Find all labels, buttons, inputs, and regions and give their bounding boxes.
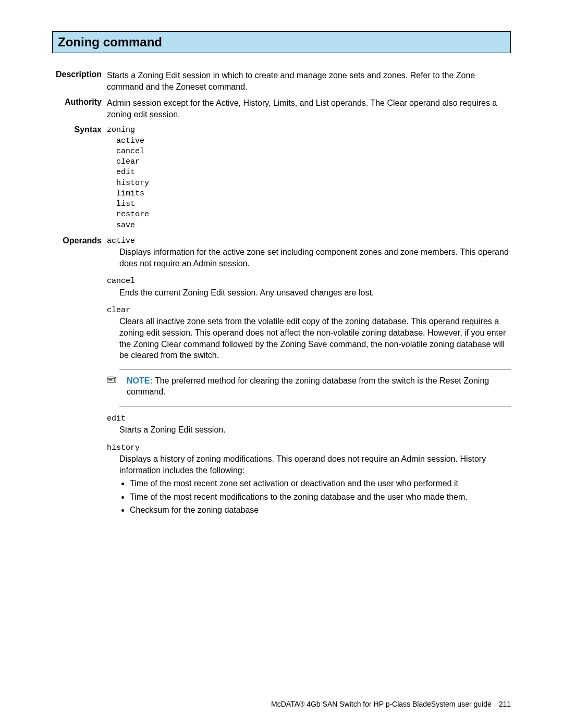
description-text: Starts a Zoning Edit session in which to… — [107, 70, 511, 92]
syntax-command: zoning — [107, 125, 511, 135]
description-label: Description — [52, 70, 107, 79]
page-footer: McDATA® 4Gb SAN Switch for HP p-Class Bl… — [271, 700, 511, 708]
syntax-sub: restore — [107, 209, 511, 220]
footer-text: McDATA® 4Gb SAN Switch for HP p-Class Bl… — [271, 700, 492, 708]
syntax-sub: save — [107, 220, 511, 231]
page: Zoning command Description Starts a Zoni… — [0, 0, 563, 728]
syntax-sub: active — [107, 136, 511, 146]
syntax-row: Syntax zoning active cancel clear edit h… — [52, 125, 511, 231]
operand-name: active — [107, 236, 511, 246]
operand-desc: Clears all inactive zone sets from the v… — [107, 316, 511, 361]
syntax-sub: list — [107, 199, 511, 209]
authority-label: Authority — [52, 97, 107, 107]
history-bullet: Checksum for the zoning database — [130, 504, 511, 516]
syntax-label: Syntax — [52, 125, 107, 134]
syntax-sub: history — [107, 178, 511, 189]
note-label: NOTE: — [127, 376, 153, 385]
syntax-sub: edit — [107, 167, 511, 178]
history-bullets: Time of the most recent zone set activat… — [107, 478, 511, 516]
syntax-content: zoning active cancel clear edit history … — [107, 125, 511, 231]
operand-name: cancel — [107, 276, 511, 287]
divider — [119, 406, 511, 406]
operands-row: Operands active Displays information for… — [52, 236, 511, 523]
syntax-sub: limits — [107, 189, 511, 199]
page-number: 211 — [499, 700, 511, 708]
history-bullet: Time of the most recent modifications to… — [130, 491, 511, 503]
history-bullet: Time of the most recent zone set activat… — [130, 478, 511, 489]
operand-history: history Displays a history of zoning mod… — [107, 443, 511, 516]
note-icon — [107, 375, 119, 388]
section-title: Zoning command — [58, 35, 505, 50]
authority-row: Authority Admin session except for the A… — [52, 97, 511, 120]
operand-desc: Ends the current Zoning Edit session. An… — [107, 287, 511, 299]
operand-desc: Displays information for the active zone… — [107, 246, 511, 269]
operand-desc: Starts a Zoning Edit session. — [107, 424, 511, 436]
section-title-bar: Zoning command — [52, 31, 511, 53]
authority-text: Admin session except for the Active, His… — [107, 97, 511, 120]
operand-name: edit — [107, 414, 511, 424]
syntax-sub: cancel — [107, 146, 511, 157]
operands-label: Operands — [52, 236, 107, 245]
operand-cancel: cancel Ends the current Zoning Edit sess… — [107, 276, 511, 298]
operand-active: active Displays information for the acti… — [107, 236, 511, 269]
note-block: NOTE: The preferred method for clearing … — [107, 375, 511, 398]
note-text: NOTE: The preferred method for clearing … — [119, 375, 511, 398]
note-body: The preferred method for clearing the zo… — [127, 376, 489, 397]
operand-desc: Displays a history of zoning modificatio… — [107, 453, 511, 476]
operand-edit: edit Starts a Zoning Edit session. — [107, 414, 511, 436]
divider — [119, 369, 511, 370]
operand-name: history — [107, 443, 511, 453]
operands-content: active Displays information for the acti… — [107, 236, 511, 523]
operand-clear: clear Clears all inactive zone sets from… — [107, 305, 511, 406]
operand-name: clear — [107, 305, 511, 316]
syntax-sub: clear — [107, 157, 511, 167]
description-row: Description Starts a Zoning Edit session… — [52, 70, 511, 92]
